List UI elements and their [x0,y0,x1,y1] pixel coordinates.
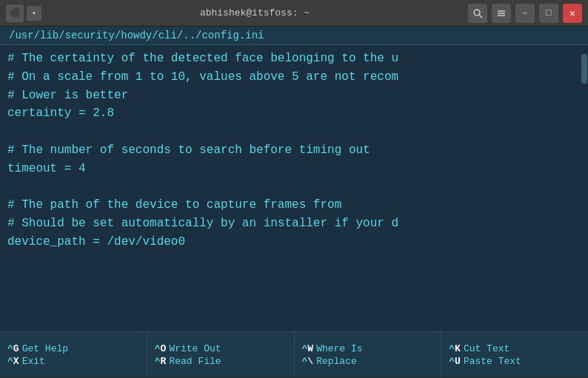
editor-line: # The path of the device to capture fram… [7,196,573,215]
editor-line: certainty = 2.8 [7,104,573,123]
editor-line: # The certainty of the detected face bel… [7,50,573,68]
label-replace: Replace [316,356,357,367]
editor-line: # The number of seconds to search before… [7,141,573,160]
svg-line-1 [479,15,482,18]
bottom-item-write-out[interactable]: ^O Write Out ^R Read File [147,332,295,377]
bottombar: ^G Get Help ^X Exit ^O Write Out ^R Read… [0,331,588,377]
label-exit: Exit [22,356,45,367]
shortcut-cut-text: ^K [449,343,461,354]
shortcut-where-is: ^W [302,343,314,354]
editor-line [7,178,573,197]
window-controls: – □ ✕ [468,4,582,23]
app-icon: ⬛ [6,4,24,22]
scrollbar-thumb[interactable] [581,54,587,84]
shortcut-get-help: ^G [7,343,19,354]
editor-line [7,123,573,141]
shortcut-exit: ^X [7,356,19,367]
editor-line: # Lower is better [7,87,573,105]
titlebar: ⬛ ▾ abhishek@itsfoss: ~ – □ ✕ [0,0,588,27]
shortcut-read-file: ^R [155,356,167,367]
shortcut-paste-text: ^U [449,356,461,367]
editor-line: # On a scale from 1 to 10, values above … [7,68,573,87]
filepath-bar: /usr/lib/security/howdy/cli/../config.in… [0,27,588,45]
dropdown-button[interactable]: ▾ [27,6,41,21]
bottom-item-cut-text[interactable]: ^K Cut Text ^U Paste Text [441,332,588,377]
editor-area[interactable]: # The certainty of the detected face bel… [0,45,588,331]
maximize-button[interactable]: □ [539,4,558,23]
label-write-out: Write Out [169,343,221,354]
shortcut-replace: ^\ [302,356,314,367]
editor-content[interactable]: # The certainty of the detected face bel… [0,45,581,331]
shortcut-write-out: ^O [155,343,167,354]
search-button[interactable] [468,4,487,23]
label-where-is: Where Is [316,343,362,354]
window-title: abhishek@itsfoss: ~ [41,7,468,18]
label-paste-text: Paste Text [464,356,521,367]
svg-point-0 [474,10,480,16]
bottom-item-where-is[interactable]: ^W Where Is ^\ Replace [295,332,442,377]
minimize-button[interactable]: – [515,4,535,23]
menu-button[interactable] [492,4,511,23]
editor-line: # Should be set automatically by an inst… [7,215,573,233]
label-read-file: Read File [169,356,221,367]
editor-line: device_path = /dev/video0 [7,233,573,252]
editor-line: timeout = 4 [7,160,573,178]
editor-line [7,252,573,270]
label-cut-text: Cut Text [464,343,510,354]
filepath-text: /usr/lib/security/howdy/cli/../config.in… [9,30,264,41]
close-button[interactable]: ✕ [563,4,582,23]
bottom-item-get-help[interactable]: ^G Get Help ^X Exit [0,332,147,377]
label-get-help: Get Help [22,343,68,354]
scrollbar[interactable] [581,45,588,331]
